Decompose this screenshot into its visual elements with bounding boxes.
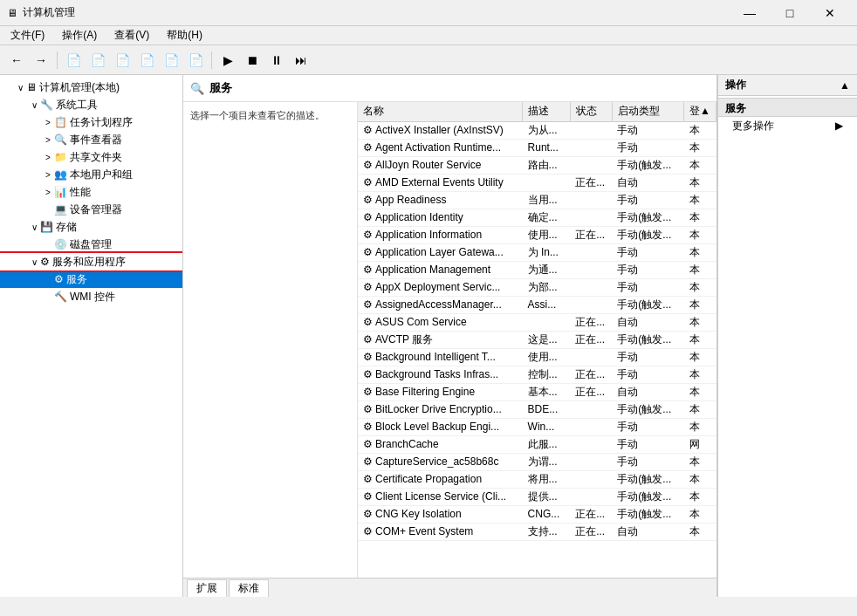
table-row[interactable]: ⚙AMD External Events Utility正在...自动本: [358, 174, 716, 191]
toolbar-btn-11[interactable]: ⏭: [290, 49, 312, 72]
table-row[interactable]: ⚙BitLocker Drive Encryptio...BDE...手动(触发…: [358, 400, 716, 418]
table-row[interactable]: ⚙Block Level Backup Engi...Win...手动本: [358, 418, 716, 435]
service-logon-cell: 本: [684, 366, 716, 383]
table-row[interactable]: ⚙Client License Service (Cli...提供...手动(触…: [358, 488, 716, 505]
service-logon-cell: 本: [684, 523, 716, 540]
toolbar-btn-2[interactable]: 📄: [62, 49, 85, 72]
tree-item-7[interactable]: ∨💾存储: [0, 218, 182, 236]
service-logon-cell: 本: [684, 505, 716, 523]
table-row[interactable]: ⚙Base Filtering Engine基本...正在...自动本: [358, 383, 716, 400]
table-row[interactable]: ⚙CaptureService_ac58b68c为谓...手动本: [358, 453, 716, 470]
tree-item-1[interactable]: >📋任务计划程序: [0, 113, 182, 131]
service-logon-cell: 本: [684, 243, 716, 261]
actions-section: 服务更多操作▶: [718, 96, 857, 136]
close-button[interactable]: ✕: [810, 0, 850, 26]
toolbar-btn-9[interactable]: ⏹: [241, 49, 264, 72]
service-desc-cell: 为通...: [523, 261, 571, 278]
service-name-cell: ⚙Application Management: [358, 261, 523, 278]
tree-item-2[interactable]: >🔍事件查看器: [0, 131, 182, 148]
table-row[interactable]: ⚙Background Intelligent T...使用...手动本: [358, 348, 716, 366]
tree-item-9[interactable]: ∨⚙服务和应用程序: [0, 253, 182, 270]
service-startup-cell: 手动(触发...: [612, 488, 683, 505]
minimize-button[interactable]: —: [730, 0, 770, 26]
services-body: 选择一个项目来查看它的描述。 名称描述状态启动类型登▲ ⚙ActiveX Ins…: [183, 102, 716, 578]
table-row[interactable]: ⚙Application Information使用...正在...手动(触发.…: [358, 226, 716, 243]
actions-expand-icon[interactable]: ▲: [840, 79, 850, 92]
service-startup-cell: 手动: [612, 418, 683, 435]
toolbar-btn-4[interactable]: 📄: [111, 49, 134, 72]
tree-item-4[interactable]: >👥本地用户和组: [0, 166, 182, 183]
table-row[interactable]: ⚙AVCTP 服务这是...正在...手动(触发...本: [358, 331, 716, 348]
toolbar-btn-0[interactable]: ←: [5, 49, 28, 72]
service-desc-cell: BDE...: [523, 400, 571, 418]
service-desc-cell: 为谓...: [523, 453, 571, 470]
right-container: 🔍 服务 选择一个项目来查看它的描述。 名称描述状态启动类型登▲: [183, 75, 857, 597]
service-desc-cell: 为从...: [523, 121, 571, 139]
col-header-3[interactable]: 启动类型: [612, 102, 683, 121]
menu-item-操作(A)[interactable]: 操作(A): [55, 26, 104, 44]
service-status-cell: 正在...: [570, 523, 612, 540]
service-logon-cell: 本: [684, 261, 716, 278]
maximize-button[interactable]: □: [770, 0, 810, 26]
table-row[interactable]: ⚙ActiveX Installer (AxInstSV)为从...手动本: [358, 121, 716, 139]
toolbar-btn-6[interactable]: 📄: [160, 49, 182, 72]
service-name-cell: ⚙Block Level Backup Engi...: [358, 418, 523, 435]
status-tab-扩展[interactable]: 扩展: [187, 579, 227, 597]
tree-item-8[interactable]: 💿磁盘管理: [0, 236, 182, 253]
service-desc-cell: Runt...: [523, 139, 571, 156]
service-desc-cell: 基本...: [523, 383, 571, 400]
actions-panel: 操作 ▲ 服务更多操作▶: [717, 75, 857, 597]
status-tab-标准[interactable]: 标准: [229, 579, 269, 597]
service-startup-cell: 手动(触发...: [612, 400, 683, 418]
table-row[interactable]: ⚙CNG Key IsolationCNG...正在...手动(触发...本: [358, 505, 716, 523]
table-row[interactable]: ⚙ASUS Com Service正在...自动本: [358, 313, 716, 331]
table-row[interactable]: ⚙COM+ Event System支持...正在...自动本: [358, 523, 716, 540]
col-header-1[interactable]: 描述: [523, 102, 571, 121]
col-header-4[interactable]: 登▲: [684, 102, 716, 121]
table-row[interactable]: ⚙AssignedAccessManager...Assi...手动(触发...…: [358, 296, 716, 313]
toolbar-btn-3[interactable]: 📄: [86, 49, 109, 72]
action-item-更多操作[interactable]: 更多操作▶: [718, 117, 857, 134]
service-status-cell: [570, 453, 612, 470]
table-row[interactable]: ⚙AppX Deployment Servic...为部...手动本: [358, 278, 716, 296]
menu-item-文件(F)[interactable]: 文件(F): [3, 26, 51, 44]
col-header-2[interactable]: 状态: [570, 102, 612, 121]
service-startup-cell: 手动(触发...: [612, 156, 683, 174]
tree-item-6[interactable]: 💻设备管理器: [0, 201, 182, 218]
content-area: 🔍 服务 选择一个项目来查看它的描述。 名称描述状态启动类型登▲: [183, 75, 857, 597]
title-left: 🖥 计算机管理: [7, 5, 75, 20]
table-row[interactable]: ⚙Certificate Propagation将用...手动(触发...本: [358, 470, 716, 488]
toolbar-btn-7[interactable]: 📄: [184, 49, 207, 72]
tree-root-item[interactable]: ∨🖥计算机管理(本地): [0, 79, 182, 96]
services-table-container[interactable]: 名称描述状态启动类型登▲ ⚙ActiveX Installer (AxInstS…: [358, 102, 716, 578]
table-row[interactable]: ⚙AllJoyn Router Service路由...手动(触发...本: [358, 156, 716, 174]
table-row[interactable]: ⚙Application Identity确定...手动(触发...本: [358, 209, 716, 226]
tree-item-5[interactable]: >📊性能: [0, 183, 182, 201]
service-desc-cell: [523, 174, 571, 191]
service-desc-cell: 路由...: [523, 156, 571, 174]
service-logon-cell: 本: [684, 383, 716, 400]
toolbar-btn-1[interactable]: →: [30, 49, 52, 72]
service-name-cell: ⚙AllJoyn Router Service: [358, 156, 523, 174]
table-row[interactable]: ⚙Agent Activation Runtime...Runt...手动本: [358, 139, 716, 156]
table-row[interactable]: ⚙BranchCache此服...手动网: [358, 435, 716, 453]
menu-item-帮助(H)[interactable]: 帮助(H): [160, 26, 209, 44]
tree-item-0[interactable]: ∨🔧系统工具: [0, 96, 182, 113]
service-name-cell: ⚙Application Layer Gatewa...: [358, 243, 523, 261]
toolbar-btn-8[interactable]: ▶: [216, 49, 239, 72]
col-header-0[interactable]: 名称: [358, 102, 523, 121]
service-startup-cell: 手动: [612, 435, 683, 453]
tree-item-3[interactable]: >📁共享文件夹: [0, 148, 182, 166]
service-status-cell: [570, 243, 612, 261]
table-row[interactable]: ⚙Application Management为通...手动本: [358, 261, 716, 278]
tree-item-11[interactable]: 🔨WMI 控件: [0, 288, 182, 305]
service-status-cell: [570, 470, 612, 488]
table-row[interactable]: ⚙Application Layer Gatewa...为 In...手动本: [358, 243, 716, 261]
toolbar-btn-5[interactable]: 📄: [135, 49, 158, 72]
service-logon-cell: 本: [684, 174, 716, 191]
menu-item-查看(V)[interactable]: 查看(V): [107, 26, 156, 44]
table-row[interactable]: ⚙Background Tasks Infras...控制...正在...手动本: [358, 366, 716, 383]
table-row[interactable]: ⚙App Readiness当用...手动本: [358, 191, 716, 209]
toolbar-btn-10[interactable]: ⏸: [265, 49, 288, 72]
tree-item-10[interactable]: ⚙服务: [0, 270, 182, 288]
